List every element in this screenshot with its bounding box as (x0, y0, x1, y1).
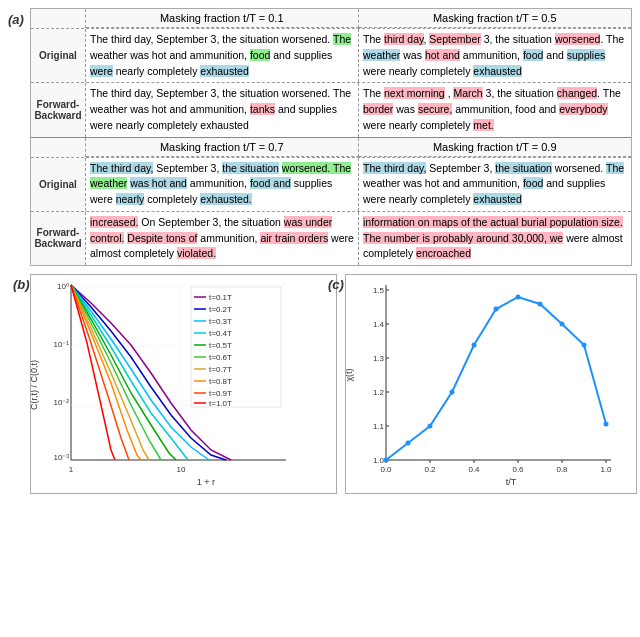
svg-text:t=0.1T: t=0.1T (209, 293, 232, 302)
svg-text:0.6: 0.6 (512, 465, 524, 474)
svg-text:t=0.5T: t=0.5T (209, 341, 232, 350)
bottom-row: (b) C(r,t) / C(0,t) 1 + r 10⁰ 10⁻¹ 10⁻² … (30, 274, 632, 494)
chart-b-svg: C(r,t) / C(0,t) 1 + r 10⁰ 10⁻¹ 10⁻² 10⁻³… (31, 275, 336, 493)
main-container: (a) Masking fraction t/T = 0.1 Masking f… (0, 0, 640, 502)
tr-original-text: The third day, September 3, the situatio… (359, 29, 631, 82)
panel-b: (b) C(r,t) / C(0,t) 1 + r 10⁰ 10⁻¹ 10⁻² … (30, 274, 337, 494)
svg-point-64 (406, 441, 411, 446)
svg-text:t=0.4T: t=0.4T (209, 329, 232, 338)
svg-text:10⁰: 10⁰ (57, 282, 69, 291)
svg-text:t=0.2T: t=0.2T (209, 305, 232, 314)
svg-text:1.2: 1.2 (373, 388, 385, 397)
chart-c-svg: χ(t) t/T 1.0 1.1 1.2 1.3 1.4 1.5 (346, 275, 636, 493)
original-label-2: Original (31, 158, 86, 211)
panel-a: Masking fraction t/T = 0.1 Masking fract… (30, 8, 632, 266)
masking-header-bl: Masking fraction t/T = 0.7 (86, 138, 359, 157)
panel-b-label: (b) (13, 277, 30, 292)
top-fb-row: Forward-Backward The third day, Septembe… (31, 83, 631, 137)
masking-header-tl: Masking fraction t/T = 0.1 (86, 9, 359, 28)
svg-point-68 (494, 307, 499, 312)
svg-text:1.4: 1.4 (373, 320, 385, 329)
svg-text:t=0.7T: t=0.7T (209, 365, 232, 374)
masking-header-tr: Masking fraction t/T = 0.5 (359, 9, 632, 28)
bottom-original-row: Original The third day, September 3, the… (31, 158, 631, 212)
masking-header-br: Masking fraction t/T = 0.9 (359, 138, 632, 157)
panel-c: (c) χ(t) t/T 1.0 1.1 1.2 1.3 1.4 1.5 (345, 274, 637, 494)
svg-text:0.8: 0.8 (556, 465, 568, 474)
br-original-text: The third day, September 3, the situatio… (359, 158, 631, 211)
br-fb-text: information on maps of the actual burial… (359, 212, 631, 265)
svg-text:10⁻³: 10⁻³ (53, 453, 69, 462)
svg-point-69 (516, 295, 521, 300)
bl-fb-text: increased. On September 3, the situation… (86, 212, 359, 265)
svg-text:1.3: 1.3 (373, 354, 385, 363)
svg-point-67 (472, 343, 477, 348)
svg-text:t=0.8T: t=0.8T (209, 377, 232, 386)
svg-text:1.5: 1.5 (373, 286, 385, 295)
svg-text:1.1: 1.1 (373, 422, 385, 431)
svg-text:10: 10 (177, 465, 186, 474)
tl-original-text: The third day, September 3, the situatio… (86, 29, 359, 82)
svg-point-65 (428, 424, 433, 429)
top-original-row: Original The third day, September 3, the… (31, 29, 631, 83)
svg-text:1.0: 1.0 (373, 456, 385, 465)
svg-text:t=0.3T: t=0.3T (209, 317, 232, 326)
svg-text:0.4: 0.4 (468, 465, 480, 474)
svg-text:0.0: 0.0 (380, 465, 392, 474)
svg-text:1.0: 1.0 (600, 465, 612, 474)
svg-text:t=0.6T: t=0.6T (209, 353, 232, 362)
svg-rect-14 (191, 287, 281, 407)
svg-point-73 (604, 422, 609, 427)
svg-point-72 (582, 343, 587, 348)
svg-point-66 (450, 390, 455, 395)
bl-original-text: The third day, September 3, the situatio… (86, 158, 359, 211)
svg-text:10⁻¹: 10⁻¹ (53, 340, 69, 349)
svg-text:1 + r: 1 + r (197, 477, 215, 487)
svg-text:χ(t): χ(t) (346, 368, 354, 381)
bottom-fb-row: Forward-Backward increased. On September… (31, 212, 631, 265)
svg-point-70 (538, 302, 543, 307)
tr-fb-text: The next morning , March 3, the situatio… (359, 83, 631, 136)
original-label-1: Original (31, 29, 86, 82)
svg-point-63 (384, 458, 389, 463)
panel-a-label: (a) (8, 12, 24, 27)
fb-label-1: Forward-Backward (31, 83, 86, 136)
svg-point-71 (560, 322, 565, 327)
svg-text:1: 1 (69, 465, 74, 474)
svg-text:0.2: 0.2 (424, 465, 436, 474)
fb-label-2: Forward-Backward (31, 212, 86, 265)
svg-text:t/T: t/T (506, 477, 517, 487)
svg-text:10⁻²: 10⁻² (53, 398, 69, 407)
panel-c-label: (c) (328, 277, 344, 292)
svg-text:t=1.0T: t=1.0T (209, 399, 232, 408)
svg-text:t=0.9T: t=0.9T (209, 389, 232, 398)
svg-text:C(r,t) / C(0,t): C(r,t) / C(0,t) (31, 360, 39, 410)
tl-fb-text: The third day, September 3, the situatio… (86, 83, 359, 136)
